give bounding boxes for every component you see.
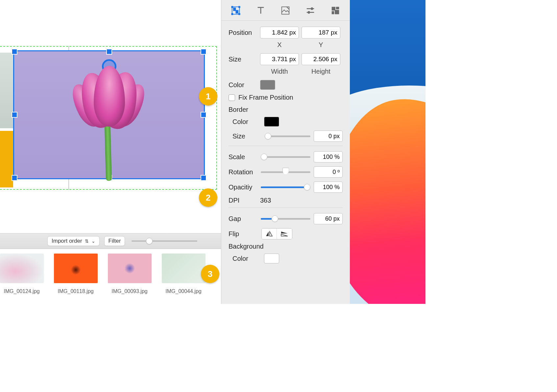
inspector-panel: Position X Y Size Width Height Color bbox=[221, 21, 350, 271]
background-color-label: Color bbox=[232, 255, 261, 262]
canvas-area: 1 2 3 Import order ⇅ ⌄ Filter bbox=[0, 0, 221, 304]
gap-label: Gap bbox=[229, 215, 257, 223]
scale-slider[interactable] bbox=[261, 153, 310, 160]
sliders-icon bbox=[305, 6, 315, 15]
filter-button[interactable]: Filter bbox=[104, 236, 125, 246]
background-heading: Background bbox=[229, 243, 343, 250]
flip-horizontal-button[interactable] bbox=[262, 229, 277, 239]
scale-field[interactable] bbox=[314, 151, 343, 162]
fill-color-swatch[interactable] bbox=[260, 80, 275, 90]
sort-asc-icon: ⇅ bbox=[85, 239, 89, 243]
thumbnail-image bbox=[162, 254, 206, 283]
svg-rect-3 bbox=[231, 13, 233, 15]
scale-label: Scale bbox=[229, 153, 257, 161]
tab-arrange[interactable] bbox=[329, 4, 342, 17]
thumbnail-filename: IMG_00093.jpg bbox=[107, 288, 153, 294]
selected-image-content bbox=[69, 59, 148, 178]
thumbnail-strip: IMG_00124.jpg IMG_00118.jpg IMG_00093.jp… bbox=[0, 249, 221, 294]
fix-frame-label: Fix Frame Position bbox=[238, 94, 293, 101]
svg-rect-1 bbox=[231, 6, 233, 8]
color-label: Color bbox=[229, 81, 257, 89]
svg-rect-6 bbox=[236, 10, 238, 13]
annotation-callout-2: 2 bbox=[199, 188, 217, 207]
svg-rect-9 bbox=[308, 11, 310, 14]
chevron-down-icon: ⌄ bbox=[91, 239, 95, 243]
resize-handle-bl[interactable] bbox=[12, 176, 17, 180]
image-icon bbox=[280, 6, 290, 15]
divider bbox=[229, 146, 343, 146]
thumbnail-filename: IMG_00118.jpg bbox=[53, 288, 99, 294]
thumbnail-item[interactable]: IMG_00044.jpg bbox=[160, 254, 206, 294]
resize-handle-tl[interactable] bbox=[12, 49, 17, 54]
filmstrip: Import order ⇅ ⌄ Filter IMG_00124.jpg bbox=[0, 233, 221, 304]
y-label: Y bbox=[302, 41, 340, 49]
position-x-field[interactable] bbox=[260, 27, 299, 38]
opacity-slider[interactable] bbox=[261, 184, 310, 191]
opacity-field[interactable] bbox=[314, 182, 343, 193]
thumbnail-item[interactable]: IMG_00093.jpg bbox=[107, 254, 153, 294]
resize-handle-l[interactable] bbox=[12, 112, 17, 117]
annotation-callout-1: 1 bbox=[199, 87, 217, 106]
thumbnail-image bbox=[0, 254, 44, 283]
arrange-icon bbox=[330, 6, 340, 15]
tab-text[interactable] bbox=[254, 4, 267, 17]
gap-field[interactable] bbox=[314, 213, 343, 224]
dpi-value: 363 bbox=[260, 197, 271, 204]
gap-slider[interactable] bbox=[261, 215, 310, 222]
divider bbox=[229, 208, 343, 208]
svg-rect-4 bbox=[238, 13, 240, 15]
sort-label: Import order bbox=[52, 238, 82, 244]
resize-handle-tr[interactable] bbox=[201, 49, 206, 54]
border-size-field[interactable] bbox=[314, 131, 343, 142]
flip-vertical-icon bbox=[280, 231, 288, 237]
dpi-label: DPI bbox=[229, 197, 257, 204]
border-size-slider[interactable] bbox=[265, 133, 310, 140]
flip-segmented bbox=[261, 228, 292, 239]
svg-rect-8 bbox=[311, 8, 313, 10]
thumbnail-zoom-slider[interactable] bbox=[132, 238, 197, 244]
svg-rect-5 bbox=[233, 8, 236, 11]
filmstrip-toolbar: Import order ⇅ ⌄ Filter bbox=[0, 233, 221, 249]
thumbnail-image bbox=[108, 254, 152, 283]
resize-handle-r[interactable] bbox=[201, 112, 206, 117]
rotation-field[interactable] bbox=[314, 166, 343, 178]
sort-dropdown[interactable]: Import order ⇅ ⌄ bbox=[47, 236, 100, 246]
flip-label: Flip bbox=[229, 230, 257, 238]
svg-rect-2 bbox=[238, 6, 240, 8]
position-y-field[interactable] bbox=[302, 27, 340, 38]
background-color-swatch[interactable] bbox=[264, 254, 279, 263]
tab-adjustments[interactable] bbox=[304, 4, 317, 17]
tab-geometry[interactable] bbox=[229, 4, 242, 17]
width-field[interactable] bbox=[260, 53, 299, 65]
inspector-sidebar: Position X Y Size Width Height Color bbox=[221, 0, 350, 304]
tab-image[interactable] bbox=[279, 4, 292, 17]
size-label: Size bbox=[229, 56, 257, 63]
border-color-swatch[interactable] bbox=[264, 117, 279, 127]
slider-knob[interactable] bbox=[146, 238, 153, 244]
border-color-label: Color bbox=[232, 118, 261, 126]
desktop-wallpaper bbox=[350, 0, 425, 304]
opacity-label: Opacitiy bbox=[229, 184, 257, 191]
geometry-icon bbox=[231, 6, 241, 15]
filter-label: Filter bbox=[109, 238, 121, 244]
resize-handle-t[interactable] bbox=[107, 49, 111, 54]
inspector-tabs bbox=[221, 0, 350, 21]
svg-rect-13 bbox=[335, 10, 339, 14]
thumbnail-item[interactable]: IMG_00124.jpg bbox=[0, 254, 45, 294]
text-icon bbox=[256, 6, 266, 15]
flip-horizontal-icon bbox=[265, 231, 273, 237]
thumbnail-image bbox=[54, 254, 98, 283]
svg-rect-12 bbox=[332, 11, 334, 14]
canvas[interactable]: 1 2 3 bbox=[0, 0, 221, 233]
annotation-callout-3: 3 bbox=[201, 265, 219, 283]
rotation-slider[interactable] bbox=[261, 168, 310, 176]
width-label: Width bbox=[260, 68, 299, 75]
thumbnail-filename: IMG_00044.jpg bbox=[160, 288, 206, 294]
height-field[interactable] bbox=[302, 53, 340, 65]
border-heading: Border bbox=[229, 106, 343, 113]
fix-frame-checkbox[interactable] bbox=[229, 94, 235, 101]
thumbnail-filename: IMG_00124.jpg bbox=[0, 288, 45, 294]
flip-vertical-button[interactable] bbox=[277, 229, 292, 239]
thumbnail-item[interactable]: IMG_00118.jpg bbox=[53, 254, 99, 294]
resize-handle-br[interactable] bbox=[201, 176, 206, 180]
